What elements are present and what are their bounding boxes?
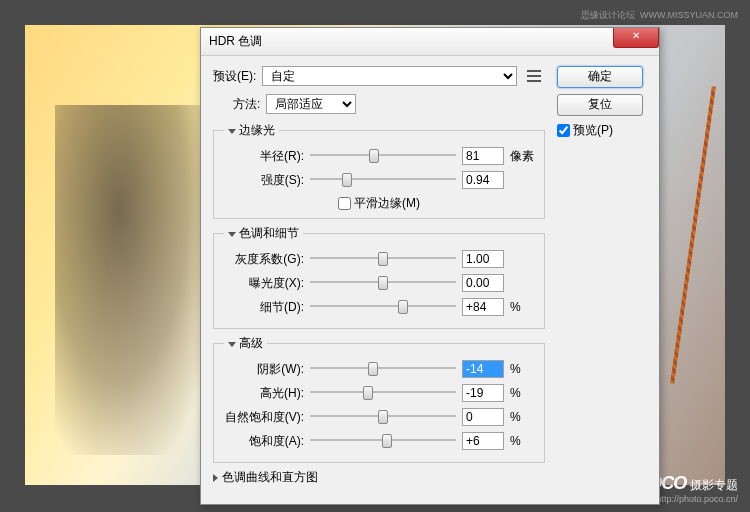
reset-button[interactable]: 复位 bbox=[557, 94, 643, 116]
highlight-slider[interactable] bbox=[310, 384, 456, 402]
collapse-icon[interactable] bbox=[228, 232, 236, 237]
preset-menu-icon[interactable] bbox=[527, 70, 541, 82]
smooth-edges-checkbox[interactable] bbox=[338, 197, 351, 210]
expand-icon bbox=[213, 474, 218, 482]
strength-input[interactable]: 0.94 bbox=[462, 171, 504, 189]
advanced-group: 高级 阴影(W): -14 % 高光(H): -19 % 自然饱和度(V): 0 bbox=[213, 335, 545, 463]
radius-label: 半径(R): bbox=[224, 148, 304, 165]
collapse-icon[interactable] bbox=[228, 342, 236, 347]
preset-select[interactable]: 自定 bbox=[262, 66, 517, 86]
gamma-input[interactable]: 1.00 bbox=[462, 250, 504, 268]
collapse-icon[interactable] bbox=[228, 129, 236, 134]
tone-detail-group: 色调和细节 灰度系数(G): 1.00 曝光度(X): 0.00 细节(D): … bbox=[213, 225, 545, 329]
preset-label: 预设(E): bbox=[213, 68, 256, 85]
saturation-input[interactable]: +6 bbox=[462, 432, 504, 450]
vibrance-input[interactable]: 0 bbox=[462, 408, 504, 426]
vibrance-slider[interactable] bbox=[310, 408, 456, 426]
method-label: 方法: bbox=[233, 96, 260, 113]
ok-button[interactable]: 确定 bbox=[557, 66, 643, 88]
preview-checkbox[interactable] bbox=[557, 124, 570, 137]
dialog-title: HDR 色调 bbox=[209, 33, 262, 50]
photo-rope bbox=[670, 86, 716, 384]
curve-section-toggle[interactable]: 色调曲线和直方图 bbox=[213, 469, 545, 486]
edge-glow-group: 边缘光 半径(R): 81 像素 强度(S): 0.94 平滑边缘(M) bbox=[213, 122, 545, 219]
strength-slider[interactable] bbox=[310, 171, 456, 189]
radius-slider[interactable] bbox=[310, 147, 456, 165]
photo-subject bbox=[55, 105, 215, 455]
shadow-slider[interactable] bbox=[310, 360, 456, 378]
exposure-input[interactable]: 0.00 bbox=[462, 274, 504, 292]
highlight-input[interactable]: -19 bbox=[462, 384, 504, 402]
detail-slider[interactable] bbox=[310, 298, 456, 316]
close-button[interactable]: ✕ bbox=[613, 28, 659, 48]
radius-input[interactable]: 81 bbox=[462, 147, 504, 165]
saturation-slider[interactable] bbox=[310, 432, 456, 450]
detail-input[interactable]: +84 bbox=[462, 298, 504, 316]
dialog-titlebar[interactable]: HDR 色调 ✕ bbox=[201, 28, 659, 56]
hdr-toning-dialog: HDR 色调 ✕ 预设(E): 自定 方法: 局部适应 边缘光 半径(R): 8… bbox=[200, 27, 660, 505]
gamma-slider[interactable] bbox=[310, 250, 456, 268]
exposure-slider[interactable] bbox=[310, 274, 456, 292]
strength-label: 强度(S): bbox=[224, 172, 304, 189]
shadow-input[interactable]: -14 bbox=[462, 360, 504, 378]
method-select[interactable]: 局部适应 bbox=[266, 94, 356, 114]
watermark-top: 思缘设计论坛WWW.MISSYUAN.COM bbox=[576, 8, 738, 22]
